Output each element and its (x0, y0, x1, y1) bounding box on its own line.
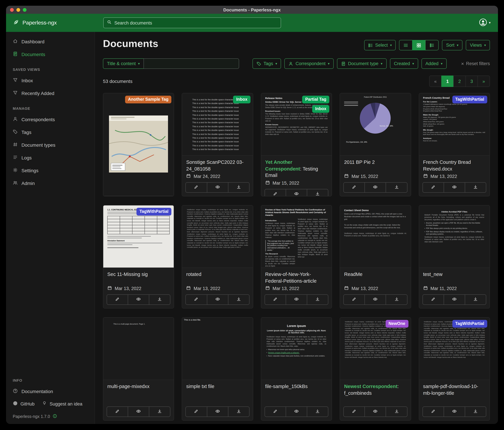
preview-button[interactable] (286, 189, 307, 196)
tag-badge[interactable]: NewOne (386, 320, 408, 328)
pagination-prev-button[interactable]: « (429, 75, 442, 87)
document-thumbnail[interactable]: Lorem ipsumLorem ipsum dolor sit amet, c… (261, 318, 332, 380)
edit-button[interactable] (265, 189, 286, 196)
document-title[interactable]: rotated (182, 268, 253, 286)
app-brand[interactable]: Paperless-ngx (6, 19, 95, 27)
sidebar-item-logs[interactable]: Logs (6, 151, 95, 164)
document-title[interactable]: sample-pdf-download-10-mb-longer-title (419, 380, 490, 406)
filter-created-button[interactable]: Created▾ (390, 58, 418, 69)
tag-badge[interactable]: Inbox (233, 96, 251, 103)
preview-button[interactable] (128, 407, 149, 417)
document-title[interactable]: Review-of-New-York-Federal-Petitions-art… (261, 268, 332, 286)
document-title[interactable]: ReadMe (340, 268, 411, 286)
download-button[interactable] (228, 407, 249, 417)
select-button[interactable]: Select ▾ (364, 40, 396, 50)
reset-filters-button[interactable]: × Reset filters (461, 61, 490, 66)
edit-button[interactable] (107, 407, 128, 417)
sort-button[interactable]: Sort ▾ (442, 40, 463, 50)
close-button[interactable] (10, 8, 14, 12)
view-list-button[interactable] (399, 40, 413, 50)
views-button[interactable]: Views ▾ (466, 40, 490, 50)
sidebar-item-suggest-an-idea[interactable]: Suggest an idea (42, 398, 82, 410)
download-button[interactable] (386, 295, 407, 304)
document-thumbnail[interactable]: Patient BP Distribution 2011Normal, 232,… (340, 93, 411, 156)
download-button[interactable] (307, 189, 328, 196)
zoom-button[interactable] (23, 8, 27, 12)
download-button[interactable] (386, 183, 407, 192)
edit-button[interactable] (186, 183, 207, 192)
edit-button[interactable] (186, 407, 207, 417)
edit-button[interactable] (344, 407, 365, 417)
preview-button[interactable] (443, 295, 465, 304)
preview-button[interactable] (286, 407, 307, 417)
sidebar-item-admin[interactable]: Admin (6, 177, 95, 190)
tag-badge[interactable]: Another Sample Tag (125, 96, 171, 103)
preview-button[interactable] (443, 407, 465, 417)
tag-badge[interactable]: TagWithPartial (452, 96, 487, 103)
filter-correspondent-button[interactable]: Correspondent▾ (285, 58, 334, 69)
preview-button[interactable] (365, 295, 386, 304)
sidebar-item-settings[interactable]: Settings (6, 164, 95, 177)
sidebar-item-correspondents[interactable]: Correspondents (6, 113, 95, 126)
filter-text-input[interactable] (144, 58, 239, 69)
document-title[interactable]: 2sample-pdf-with-images (103, 196, 174, 196)
pagination-page-2[interactable]: 2 (453, 75, 466, 87)
user-menu[interactable]: ▾ (479, 18, 491, 28)
edit-button[interactable] (344, 183, 365, 192)
download-button[interactable] (149, 295, 170, 304)
download-button[interactable] (228, 295, 249, 304)
document-title[interactable]: Newest Correspondent: f_combineds (340, 380, 411, 406)
download-button[interactable] (149, 407, 170, 417)
preview-button[interactable] (207, 295, 228, 304)
sidebar-item-documents[interactable]: Documents (6, 48, 95, 61)
filter-tags-button[interactable]: Tags▾ (252, 58, 281, 69)
pagination-page-3[interactable]: 3 (465, 75, 478, 87)
search-input[interactable] (114, 20, 277, 25)
edit-button[interactable] (265, 407, 286, 417)
document-thumbnail[interactable]: Adobe Acrobat PDF FilesAdobe® Portable D… (419, 206, 490, 268)
title-content-filter-button[interactable]: Title & content ▾ (103, 58, 144, 69)
tag-badge[interactable]: TagWithPartial (452, 320, 487, 328)
preview-button[interactable] (207, 407, 228, 417)
download-button[interactable] (228, 183, 249, 192)
view-grid-button[interactable] (412, 40, 426, 50)
view-detail-button[interactable] (425, 40, 439, 50)
document-thumbnail[interactable]: Review of New York Federal Petitions for… (261, 206, 332, 268)
sidebar-item-dashboard[interactable]: Dashboard (6, 35, 95, 48)
download-button[interactable] (465, 183, 486, 192)
edit-button[interactable] (423, 295, 443, 304)
preview-button[interactable] (286, 295, 307, 304)
document-thumbnail[interactable]: This is a test file. (182, 318, 253, 380)
filter-added-button[interactable]: Added▾ (421, 58, 447, 69)
document-title[interactable]: Sonstige ScanPC2022 03-24_081058 (182, 156, 253, 174)
preview-button[interactable] (128, 295, 149, 304)
preview-button[interactable] (443, 183, 465, 192)
download-button[interactable] (465, 295, 486, 304)
document-thumbnail[interactable]: Contact Sheet DemoGiven a set of image f… (340, 206, 411, 268)
tag-badge[interactable]: Partial Tag (302, 96, 329, 103)
document-thumbnail[interactable] (103, 93, 174, 196)
document-title[interactable]: test_new (419, 268, 490, 286)
document-title[interactable]: Yet Another Correspondent: Testing Email (261, 156, 332, 180)
document-title[interactable]: 2011 BP Pie 2 (340, 156, 411, 174)
document-title[interactable]: simple txt file (182, 380, 253, 406)
document-title[interactable]: file-sample_150kBs (261, 380, 332, 406)
pagination-page-1[interactable]: 1 (441, 75, 454, 87)
minimize-button[interactable] (17, 8, 20, 12)
preview-button[interactable] (365, 407, 386, 417)
preview-button[interactable] (207, 183, 228, 192)
edit-button[interactable] (423, 407, 443, 417)
sidebar-item-documentation[interactable]: Documentation (6, 385, 95, 398)
pagination-next-button[interactable]: » (477, 75, 490, 87)
edit-button[interactable] (107, 295, 128, 304)
document-correspondent-link[interactable]: Yet Another Correspondent (265, 159, 300, 171)
download-button[interactable] (465, 407, 486, 417)
filter-document-type-button[interactable]: Document type▾ (337, 58, 387, 69)
edit-button[interactable] (344, 295, 365, 304)
edit-button[interactable] (423, 183, 443, 192)
edit-button[interactable] (265, 295, 286, 304)
document-title[interactable]: Sec 11-Missing sig (103, 268, 174, 286)
sidebar-item-recently-added[interactable]: Recently Added (6, 87, 95, 100)
tag-badge[interactable]: Inbox (312, 105, 329, 113)
document-correspondent-link[interactable]: Newest Correspondent (344, 384, 397, 389)
